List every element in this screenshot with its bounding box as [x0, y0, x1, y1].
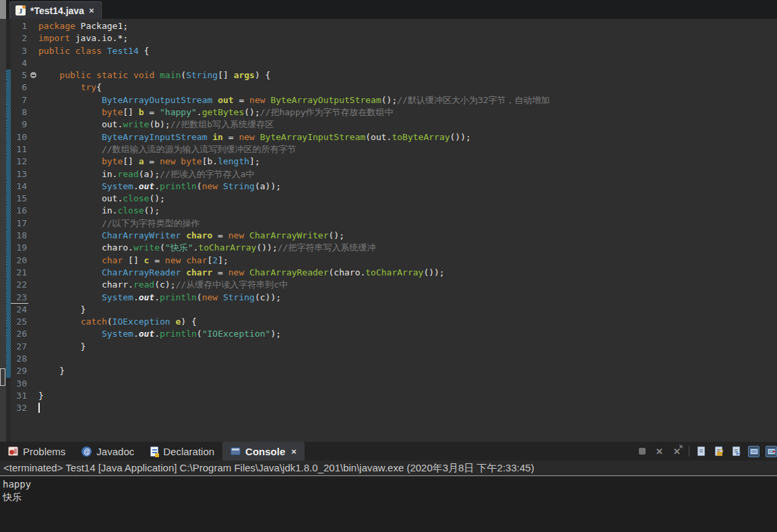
code-token — [244, 230, 249, 240]
code-token: ByteArrayInputStream — [102, 132, 208, 142]
code-token — [170, 317, 176, 327]
code-line[interactable]: 30 — [6, 378, 777, 390]
code-token: Test14 — [107, 46, 139, 56]
code-line[interactable]: 19 charo.write("快乐".toCharArray());//把字符… — [6, 242, 777, 254]
console-output[interactable]: happy 快乐 — [0, 477, 777, 532]
code-token: } — [38, 391, 44, 401]
code-token — [212, 95, 218, 105]
quickdiff-changed-marker — [6, 156, 11, 168]
code-line[interactable]: 28 — [6, 353, 777, 365]
code-line[interactable]: 3public class Test14 { — [6, 45, 777, 57]
code-line[interactable]: 11 //数组输入流的源为输入流写到缓冲区的所有字节 — [6, 143, 777, 156]
code-token: println — [160, 292, 197, 302]
code-line[interactable]: 26 System.out.println("IOException"); — [6, 328, 777, 340]
code-line[interactable]: 20 char [] c = new char[2]; — [6, 255, 777, 267]
code-line[interactable]: 12 byte[] a = new byte[b.length]; — [6, 156, 777, 168]
bottom-panel: Problems @ Javadoc Declaration Console ×… — [0, 442, 777, 532]
tab-declaration[interactable]: Declaration — [142, 442, 222, 461]
quickdiff-changed-marker — [6, 119, 11, 131]
code-text: //数组输入流的源为输入流写到缓冲区的所有字节 — [38, 143, 297, 156]
code-line[interactable]: 24 } — [6, 304, 777, 316]
tab-problems-label: Problems — [23, 446, 65, 457]
tab-console[interactable]: Console × — [222, 442, 305, 461]
code-token: charo — [186, 230, 212, 240]
code-line[interactable]: 31} — [6, 390, 777, 402]
code-line[interactable]: 10 ByteArrayInputStream in = new ByteArr… — [6, 131, 777, 143]
code-editor[interactable]: 1package Package1;2import java.io.*;3pub… — [6, 19, 777, 442]
code-line[interactable]: 6 try{ — [6, 81, 777, 94]
code-line[interactable]: 32 — [6, 402, 777, 414]
code-text: char [] c = new char[2]; — [38, 255, 228, 267]
quickdiff-changed-marker — [6, 230, 11, 242]
fold-column — [28, 218, 38, 230]
code-line[interactable]: 29 } — [6, 365, 777, 377]
code-line[interactable]: 21 CharArrayReader charr = new CharArray… — [6, 267, 777, 279]
fold-column — [28, 255, 38, 267]
code-token: = — [144, 156, 160, 166]
code-line[interactable]: 16 in.close(); — [6, 205, 777, 217]
tab-javadoc[interactable]: @ Javadoc — [73, 442, 142, 461]
quickdiff-empty — [6, 57, 11, 69]
code-line[interactable]: 17 //以下为字符类型的操作 — [6, 218, 777, 230]
open-console-icon[interactable]: + — [766, 446, 777, 457]
code-line[interactable]: 22 charr.read(c);//从缓存中读入字符串到c中 — [6, 279, 777, 291]
code-token: main — [160, 70, 181, 80]
code-token: ( — [197, 292, 202, 302]
word-wrap-icon[interactable]: ↵ — [731, 446, 742, 457]
clear-console-icon[interactable] — [695, 446, 707, 457]
code-token — [38, 70, 59, 80]
code-line[interactable]: 23 System.out.println(new String(c)); — [6, 292, 777, 304]
code-token: charr — [186, 267, 212, 277]
code-token: out. — [38, 119, 123, 129]
tab-problems[interactable]: Problems — [0, 442, 73, 461]
code-token: ( — [160, 242, 165, 253]
line-number: 11 — [11, 143, 28, 156]
code-token: //把happy作为字节存放在数组中 — [260, 107, 394, 117]
scroll-lock-icon[interactable] — [713, 446, 724, 457]
code-line[interactable]: 4 — [6, 57, 777, 69]
fold-column — [28, 32, 38, 44]
close-icon[interactable]: × — [291, 446, 297, 457]
code-line[interactable]: 5 public static void main(String[] args)… — [6, 69, 777, 81]
code-token: [] — [123, 107, 138, 117]
quickdiff-empty — [6, 378, 11, 390]
code-text: System.out.println(new String(a)); — [38, 180, 281, 193]
code-line[interactable]: 2import java.io.*; — [6, 32, 777, 44]
quickdiff-changed-marker — [6, 106, 11, 119]
fold-column — [28, 57, 38, 69]
code-token — [128, 70, 133, 80]
close-icon[interactable]: × — [89, 6, 94, 15]
code-token: ]; — [218, 255, 228, 265]
code-token: "happy" — [160, 107, 197, 117]
code-line[interactable]: 8 byte[] b = "happy".getBytes();//把happy… — [6, 106, 777, 119]
code-token: import — [38, 33, 70, 43]
code-line[interactable]: 25 catch(IOException e) { — [6, 316, 777, 328]
line-number: 5 — [11, 69, 28, 81]
quickdiff-changed-marker — [6, 180, 11, 193]
code-token — [38, 317, 81, 327]
code-text: catch(IOException e) { — [38, 316, 197, 328]
editor-tab-test14[interactable]: J *Test14.java × — [9, 1, 102, 19]
pin-console-icon[interactable] — [748, 446, 759, 457]
fold-column — [28, 365, 38, 377]
code-line[interactable]: 13 in.read(a);//把读入的字节存入a中 — [6, 168, 777, 180]
terminate-icon[interactable] — [636, 446, 648, 457]
remove-launch-icon[interactable]: ✕ — [654, 446, 665, 457]
code-token: System — [102, 181, 133, 191]
code-token: (c); — [154, 279, 175, 290]
code-line[interactable]: 7 ByteArrayOutputStream out = new ByteAr… — [6, 94, 777, 106]
code-line[interactable]: 1package Package1; — [6, 20, 777, 32]
code-token: ( — [197, 181, 202, 191]
code-line[interactable]: 15 out.close(); — [6, 193, 777, 205]
code-line[interactable]: 14 System.out.println(new String(a)); — [6, 180, 777, 193]
code-token: (b); — [149, 119, 170, 129]
fold-column — [28, 304, 38, 316]
fold-column — [28, 242, 38, 254]
line-number: 9 — [11, 119, 28, 131]
fold-marker-icon[interactable] — [30, 72, 36, 78]
code-token: ByteArrayOutputStream — [270, 95, 381, 105]
code-line[interactable]: 18 CharArrayWriter charo = new CharArray… — [6, 230, 777, 242]
code-line[interactable]: 27 } — [6, 341, 777, 353]
code-line[interactable]: 9 out.write(b);//把数组b写入系统缓存区 — [6, 119, 777, 131]
remove-all-terminated-icon[interactable]: ✕ — [671, 446, 683, 457]
